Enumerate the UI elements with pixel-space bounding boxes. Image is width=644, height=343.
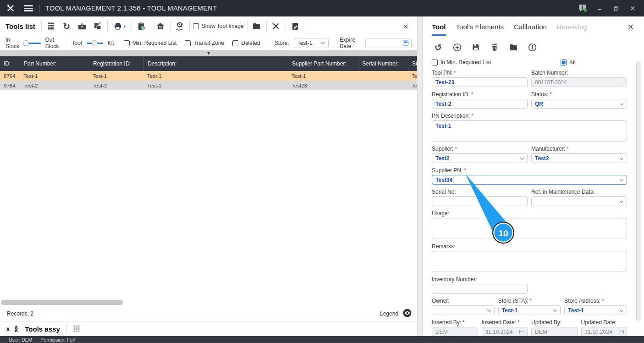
toolbox-icon[interactable] <box>76 20 88 32</box>
tab-calibration[interactable]: Calibration <box>514 23 547 36</box>
cell-description: Test-1 <box>143 71 288 81</box>
kit-checkbox[interactable]: Kit <box>561 59 576 65</box>
supplier-select[interactable]: Test2 <box>432 153 528 163</box>
hamburger-menu-icon[interactable] <box>24 5 33 11</box>
column-header-store[interactable]: Sto <box>408 56 417 71</box>
chevron-down-icon <box>321 41 325 44</box>
status-value: QR <box>535 101 543 107</box>
eye-icon[interactable] <box>403 309 412 319</box>
transit-zone-box[interactable] <box>185 40 191 46</box>
window-title: TOOL MANAGEMENT 2.1.356 - TOOL MANAGEMEN… <box>45 5 217 12</box>
chat-notification-icon[interactable] <box>576 2 590 14</box>
copy-icon[interactable] <box>92 20 104 32</box>
store-address-select[interactable]: Test-1 <box>564 305 627 315</box>
min-required-list-checkbox[interactable]: Min. Required List <box>124 40 177 46</box>
expire-date-input[interactable] <box>365 38 412 48</box>
info-icon[interactable] <box>527 42 538 53</box>
excel-export-icon[interactable] <box>45 20 57 32</box>
store-address-value: Test-1 <box>568 307 583 314</box>
store-sta-label: Store (STA):* <box>498 298 561 304</box>
horizontal-scrollbar[interactable] <box>0 299 417 306</box>
chevron-down-icon <box>620 156 623 159</box>
close-tools-list-icon[interactable]: × <box>399 22 413 31</box>
tab-tools-elements[interactable]: Tool's Elements <box>456 23 504 36</box>
horizontal-scrollbar-thumb[interactable] <box>1 300 123 305</box>
stock-toggle[interactable] <box>24 40 41 46</box>
owner-select[interactable] <box>432 305 495 315</box>
tool-kit-toggle[interactable] <box>87 40 103 46</box>
deleted-box[interactable] <box>232 40 238 46</box>
inventory-number-input[interactable] <box>432 284 528 294</box>
serial-no-input[interactable] <box>432 196 528 206</box>
status-label: Status:* <box>531 91 627 98</box>
batch-number-input: 00110T-2024 <box>531 77 627 87</box>
legend-control[interactable]: Legend <box>380 309 412 319</box>
supplier-pn-combo[interactable]: Test34 <box>432 175 627 185</box>
hand-gear-icon[interactable] <box>174 20 186 32</box>
column-header-description[interactable]: Description: <box>143 56 288 71</box>
add-icon[interactable] <box>451 42 462 53</box>
show-tool-image-checkbox[interactable]: Show Tool Image <box>193 23 244 29</box>
in-min-required-box[interactable] <box>432 60 438 65</box>
tools-exchange-icon[interactable] <box>270 20 282 32</box>
tool-pn-label: Tool PN:* <box>432 70 528 76</box>
pn-description-textarea[interactable]: Test-1 <box>432 120 627 142</box>
paste-import-icon[interactable] <box>135 20 148 32</box>
expand-full-up-icon[interactable]: ∧∧ <box>14 326 19 332</box>
folder-icon[interactable] <box>251 20 263 32</box>
restore-button[interactable] <box>609 2 623 14</box>
vertical-scrollbar-thumb[interactable] <box>636 61 641 321</box>
close-detail-panel-icon[interactable]: × <box>627 22 634 31</box>
legend-label: Legend <box>380 310 398 317</box>
inserted-by-label: Inserted By:* <box>432 319 478 326</box>
inserted-by-value: DEM <box>435 329 448 335</box>
print-dropdown-caret[interactable]: ▾ <box>123 24 126 29</box>
table-row[interactable]: 8764 Test-1 Test-1 Test-1 Test-1 Test- <box>0 71 417 81</box>
kit-box[interactable] <box>561 60 567 65</box>
status-bar: User: DEM Permission: Full <box>0 336 644 343</box>
tools-assy-title: Tools assy <box>25 325 60 333</box>
inserted-date-input: 31.10.2024 <box>482 327 528 336</box>
min-required-list-box[interactable] <box>124 40 130 46</box>
registration-id-input[interactable]: Test-2 <box>432 99 528 109</box>
store-sta-value: Test-1 <box>502 307 517 314</box>
column-header-part-number[interactable]: Part Number: <box>20 56 89 71</box>
deleted-checkbox[interactable]: Deleted <box>232 40 260 46</box>
calendar-icon[interactable] <box>403 41 408 46</box>
delete-icon[interactable] <box>489 42 500 53</box>
column-header-id[interactable]: ID: <box>0 56 20 71</box>
store-filter-select[interactable]: Test-1 <box>294 38 329 48</box>
tool-pn-input[interactable]: Test-23 <box>432 77 528 87</box>
minimize-button[interactable]: – <box>593 2 606 14</box>
column-header-supplier-part-number[interactable]: Supplier Part Number: <box>288 56 358 71</box>
save-icon[interactable] <box>470 42 481 53</box>
store-filter-label: Store: <box>275 40 289 46</box>
tools-list-panel: Tools list ↻ ▾ Show Tool Image <box>0 16 417 336</box>
show-tool-image-box[interactable] <box>193 23 199 29</box>
tab-tool[interactable]: Tool <box>432 23 446 36</box>
status-select[interactable]: QR <box>531 99 627 109</box>
print-icon[interactable]: ▾ <box>111 20 128 32</box>
column-header-registration-id[interactable]: Registration ID: <box>89 56 143 71</box>
store-filter-value: Test-1 <box>297 40 313 46</box>
close-window-button[interactable]: × <box>626 2 639 14</box>
ref-maintenance-select[interactable] <box>531 196 627 206</box>
clipboard-edit-icon[interactable] <box>289 20 302 32</box>
usage-textarea[interactable] <box>432 218 627 239</box>
manufacturer-select[interactable]: Test2 <box>531 153 627 163</box>
transit-zone-checkbox[interactable]: Transit Zone <box>185 40 224 46</box>
grid-collapse-band[interactable]: ▼ <box>0 50 417 56</box>
table-row[interactable]: 9784 Test-2 Test-2 Test-1 Test23 Test- <box>0 81 417 90</box>
in-min-required-checkbox[interactable]: In Min. Required List <box>432 59 491 65</box>
undo-icon[interactable]: ↺ <box>433 42 444 53</box>
remarks-textarea[interactable] <box>432 251 627 272</box>
records-count: Records: 2 <box>7 310 33 317</box>
expand-up-icon[interactable]: ∧ <box>6 326 11 332</box>
refresh-icon[interactable]: ↻ <box>61 20 73 32</box>
store-sta-select[interactable]: Test-1 <box>498 305 561 315</box>
min-required-list-label: Min. Required List <box>132 40 177 46</box>
column-header-serial-number[interactable]: Serial Number: <box>358 56 408 71</box>
home-transfer-icon[interactable] <box>154 20 167 32</box>
folder-icon[interactable] <box>508 42 519 53</box>
chevron-down-icon <box>620 177 623 181</box>
